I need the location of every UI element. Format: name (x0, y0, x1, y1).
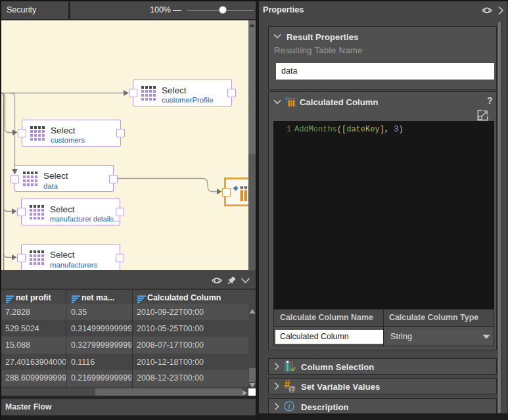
svg-text:i: i (288, 402, 290, 410)
